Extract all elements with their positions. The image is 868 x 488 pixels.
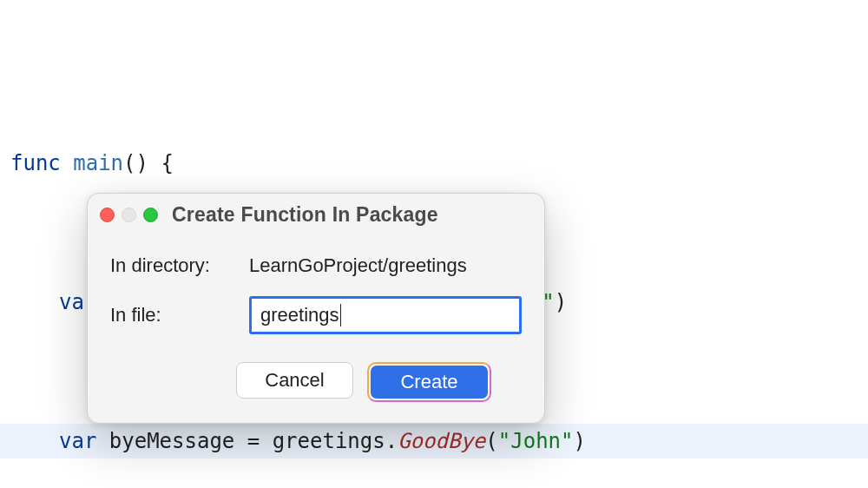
code-line-1: func main() { [0,111,868,181]
dialog-title: Create Function In Package [172,203,532,227]
method-GoodBye-unresolved: GoodBye [398,429,485,453]
create-function-dialog: Create Function In Package In directory:… [87,193,545,424]
file-name-input[interactable]: greetings [249,296,522,334]
string-literal: "John" [498,429,574,453]
window-close-icon[interactable] [100,208,115,222]
file-name-value: greetings [260,304,339,326]
brace-open: { [161,151,173,175]
create-button[interactable]: Create [371,366,488,399]
code-line-3-highlighted: var byeMessage = greetings.GoodBye("John… [0,424,868,458]
create-button-label: Create [400,371,457,393]
dialog-body: In directory: LearnGoProject/greetings I… [88,235,544,402]
text-caret-icon [340,304,342,326]
parens: () [123,151,148,175]
window-zoom-icon[interactable] [143,208,158,222]
dialog-footer: Cancel Create [206,353,522,402]
file-row: In file: greetings [110,296,522,334]
func-name-main: main [73,151,123,175]
directory-label: In directory: [110,254,249,277]
directory-value: LearnGoProject/greetings [249,254,522,277]
cancel-button[interactable]: Cancel [236,362,353,399]
create-button-focus-ring: Create [367,362,491,402]
window-minimize-icon [122,208,136,222]
recv-greetings: greetings [273,429,385,453]
dialog-titlebar: Create Function In Package [88,194,544,235]
ident-byeMessage: byeMessage [109,429,235,453]
file-label: In file: [110,304,249,326]
directory-row: In directory: LearnGoProject/greetings [110,254,522,277]
cancel-button-label: Cancel [265,369,324,392]
keyword-func: func [10,151,61,175]
keyword-var: var [59,429,96,453]
